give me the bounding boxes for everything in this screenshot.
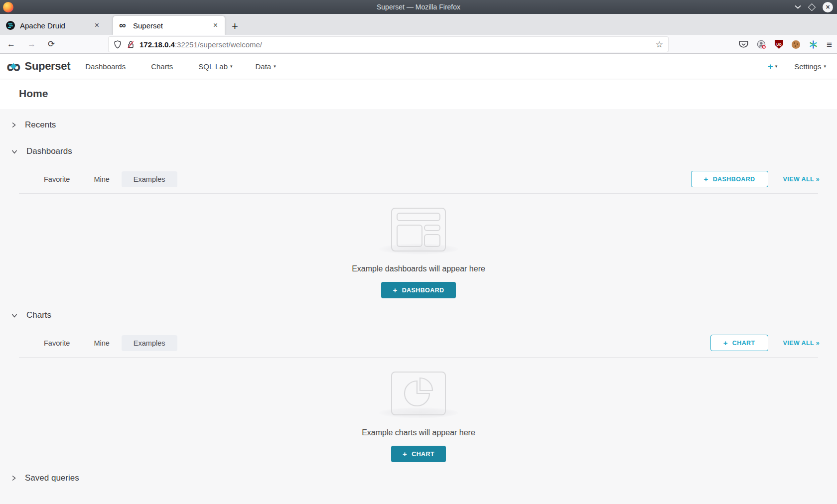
ublock-origin-icon[interactable]: UO — [775, 40, 783, 49]
chevron-right-icon — [11, 475, 16, 482]
plus-icon: + — [704, 175, 708, 183]
account-extension-icon[interactable] — [757, 40, 766, 49]
section-label: Charts — [26, 310, 51, 320]
brand-name: Superset — [25, 60, 71, 73]
charts-subheader: Favorite Mine Examples + CHART VIEW ALL … — [0, 327, 837, 351]
bookmark-star-icon[interactable]: ☆ — [656, 39, 663, 50]
tracking-shield-icon[interactable] — [114, 40, 122, 49]
browser-tab-apache-druid[interactable]: Apache Druid × — [0, 16, 106, 35]
window-titlebar: Superset — Mozilla Firefox × — [0, 0, 837, 14]
section-label: Dashboards — [26, 146, 72, 156]
tab-favorite[interactable]: Favorite — [32, 335, 82, 351]
superset-favicon: ∞ — [119, 21, 128, 30]
page-title: Home — [19, 88, 837, 100]
section-header-charts[interactable]: Charts — [0, 298, 837, 327]
page-title-row: Home — [0, 79, 837, 109]
browser-tab-strip: Apache Druid × ∞ Superset × + — [0, 14, 837, 35]
tab-mine[interactable]: Mine — [82, 171, 121, 187]
chart-empty-image — [391, 372, 446, 415]
chevron-down-icon — [11, 149, 18, 154]
view-all-dashboards-link[interactable]: VIEW ALL » — [783, 176, 820, 183]
superset-navbar: ∞ Superset Dashboards Charts SQL Lab▾ Da… — [0, 54, 837, 79]
forward-button[interactable]: → — [27, 39, 36, 49]
window-minimize-icon[interactable] — [795, 5, 801, 9]
caret-down-icon: ▾ — [274, 64, 276, 69]
nav-item-data[interactable]: Data▾ — [256, 62, 276, 71]
nav-item-charts[interactable]: Charts — [151, 62, 175, 71]
tab-label: Apache Druid — [20, 21, 65, 30]
reload-button[interactable]: ⟳ — [48, 39, 55, 49]
url-bar[interactable]: 172.18.0.4:32251/superset/welcome/ ☆ — [109, 37, 668, 52]
tab-favorite[interactable]: Favorite — [32, 171, 82, 187]
url-text: 172.18.0.4:32251/superset/welcome/ — [140, 40, 262, 49]
superset-logo[interactable]: ∞ Superset — [6, 57, 70, 75]
section-header-dashboards[interactable]: Dashboards — [0, 136, 837, 163]
url-host: 172.18.0.4 — [140, 40, 175, 49]
url-path: :32251/superset/welcome/ — [175, 40, 262, 49]
new-dashboard-button-primary[interactable]: + DASHBOARD — [381, 282, 455, 298]
tab-close-icon[interactable]: × — [94, 21, 100, 30]
tab-examples[interactable]: Examples — [122, 335, 177, 351]
pocket-icon[interactable] — [739, 40, 748, 49]
section-header-recents[interactable]: Recents — [0, 109, 837, 136]
charts-empty-state: Example charts will appear here + CHART — [0, 358, 837, 462]
new-tab-button[interactable]: + — [232, 21, 238, 32]
view-all-charts-link[interactable]: VIEW ALL » — [783, 340, 820, 347]
settings-menu[interactable]: Settings ▾ — [794, 62, 826, 71]
browser-tab-superset[interactable]: ∞ Superset × — [113, 16, 225, 35]
dashboards-empty-state: Example dashboards will appear here + DA… — [0, 194, 837, 298]
section-label: Recents — [25, 120, 56, 130]
caret-down-icon: ▾ — [775, 64, 778, 69]
caret-down-icon: ▾ — [230, 64, 233, 69]
window-maximize-icon[interactable] — [808, 3, 816, 11]
asterisk-extension-icon[interactable] — [809, 40, 818, 49]
tab-close-icon[interactable]: × — [212, 21, 219, 30]
insecure-lock-icon[interactable] — [127, 40, 135, 49]
infinity-logo-icon: ∞ — [6, 57, 21, 75]
welcome-content: Recents Dashboards Favorite Mine Example… — [0, 109, 837, 504]
nav-item-sql-lab[interactable]: SQL Lab▾ — [198, 62, 232, 71]
section-header-saved-queries[interactable]: Saved queries — [0, 462, 837, 490]
new-chart-button[interactable]: + CHART — [710, 335, 768, 351]
section-label: Saved queries — [25, 473, 79, 483]
new-dashboard-button[interactable]: + DASHBOARD — [691, 171, 768, 187]
tab-examples[interactable]: Examples — [122, 171, 177, 187]
new-item-menu[interactable]: + ▾ — [768, 62, 778, 71]
chevron-right-icon — [11, 122, 16, 128]
empty-state-text: Example dashboards will appear here — [352, 264, 485, 273]
tab-mine[interactable]: Mine — [82, 335, 121, 351]
plus-icon: + — [768, 62, 773, 71]
druid-favicon — [6, 21, 15, 30]
window-title: Superset — Mozilla Firefox — [0, 3, 837, 11]
dashboard-empty-image — [391, 208, 446, 252]
plus-icon: + — [403, 450, 407, 458]
cookie-extension-icon[interactable] — [792, 40, 800, 49]
new-chart-button-primary[interactable]: + CHART — [391, 446, 446, 462]
app-menu-icon[interactable]: ≡ — [827, 40, 832, 49]
plus-icon: + — [393, 286, 397, 294]
empty-state-text: Example charts will appear here — [362, 428, 475, 437]
back-button[interactable]: ← — [7, 39, 15, 49]
tab-label: Superset — [133, 21, 163, 30]
window-close-icon[interactable]: × — [823, 2, 833, 12]
browser-toolbar: ← → ⟳ 172.18.0.4:32251/superset/welcome/… — [0, 35, 837, 54]
nav-item-dashboards[interactable]: Dashboards — [85, 62, 128, 71]
dashboards-subheader: Favorite Mine Examples + DASHBOARD VIEW … — [0, 163, 837, 187]
plus-icon: + — [723, 339, 728, 347]
caret-down-icon: ▾ — [824, 64, 826, 69]
chevron-down-icon — [11, 313, 18, 318]
